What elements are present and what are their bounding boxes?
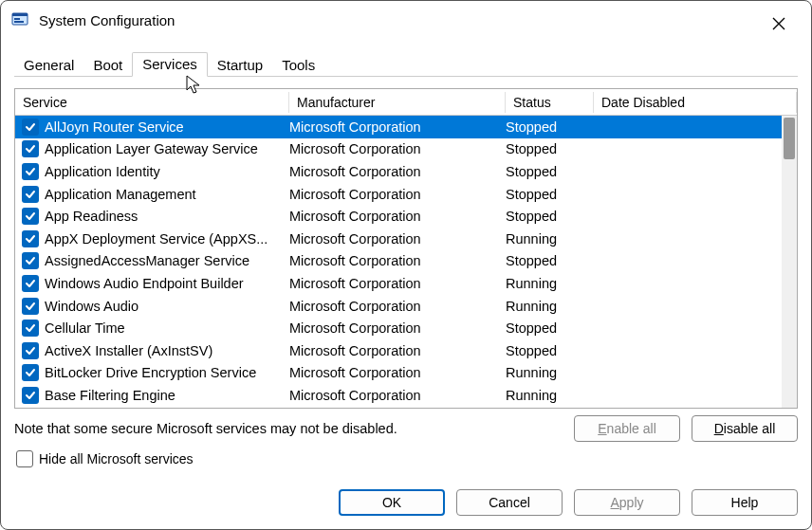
cell-manufacturer: Microsoft Corporation [289,320,506,336]
cell-manufacturer: Microsoft Corporation [289,164,506,179]
tab-general[interactable]: General [14,54,83,77]
note-row: Note that some secure Microsoft services… [14,414,798,443]
cell-status: Stopped [506,141,594,156]
row-checkbox[interactable] [22,298,39,315]
cell-manufacturer: Microsoft Corporation [289,231,506,247]
table-row[interactable]: Cellular TimeMicrosoft CorporationStoppe… [15,317,797,339]
dialog-footer: OK Cancel Apply Help [1,480,811,529]
table-row[interactable]: Application Layer Gateway ServiceMicroso… [15,138,797,161]
cell-manufacturer: Microsoft Corporation [289,187,506,202]
tab-boot[interactable]: Boot [83,54,132,77]
app-icon [10,10,29,29]
table-row[interactable]: BitLocker Drive Encryption ServiceMicros… [15,362,797,385]
table-row[interactable]: App ReadinessMicrosoft CorporationStoppe… [15,205,797,228]
cell-status: Stopped [506,253,594,268]
cell-status: Running [506,299,594,314]
cell-service: Cellular Time [45,320,289,336]
row-checkbox[interactable] [22,275,39,292]
col-header-status[interactable]: Status [506,92,594,113]
cell-service: AllJoyn Router Service [45,119,289,135]
row-checkbox[interactable] [22,140,39,157]
row-checkbox[interactable] [22,387,39,404]
cell-status: Running [506,365,594,380]
hide-ms-checkbox[interactable] [16,450,33,467]
row-checkbox[interactable] [22,342,39,359]
cell-service: App Readiness [45,209,289,224]
row-checkbox[interactable] [22,320,39,337]
scrollbar[interactable] [782,116,797,409]
row-checkbox[interactable] [22,119,39,136]
close-button[interactable] [760,14,798,33]
scrollbar-thumb[interactable] [784,118,795,159]
cell-service: Application Identity [45,164,289,179]
ok-button[interactable]: OK [339,489,445,516]
cell-service: Application Layer Gateway Service [45,141,289,156]
tab-startup[interactable]: Startup [208,54,272,77]
table-row[interactable]: AllJoyn Router ServiceMicrosoft Corporat… [15,116,797,138]
table-row[interactable]: Base Filtering EngineMicrosoft Corporati… [15,384,797,407]
cell-manufacturer: Microsoft Corporation [289,388,506,403]
table-row[interactable]: AppX Deployment Service (AppXS...Microso… [15,228,797,250]
table-row[interactable]: AssignedAccessManager ServiceMicrosoft C… [15,250,797,273]
secure-services-note: Note that some secure Microsoft services… [14,421,397,436]
svg-rect-3 [14,21,24,23]
cell-service: Base Filtering Engine [45,388,289,403]
grid-header: Service Manufacturer Status Date Disable… [15,89,797,116]
cell-service: Application Management [45,187,289,202]
cell-status: Running [506,388,594,403]
row-checkbox[interactable] [22,364,39,381]
cell-manufacturer: Microsoft Corporation [289,343,506,358]
tab-services[interactable]: Services [132,52,208,77]
disable-all-button[interactable]: Disable all [692,415,798,442]
tab-strip: General Boot Services Startup Tools [14,50,798,77]
col-header-service[interactable]: Service [15,92,289,113]
svg-rect-1 [12,13,28,16]
table-row[interactable]: Application ManagementMicrosoft Corporat… [15,183,797,206]
cell-service: AssignedAccessManager Service [45,253,289,268]
window-title: System Configuration [39,12,175,28]
system-configuration-window: System Configuration General Boot Servic… [0,0,812,530]
cell-service: AppX Deployment Service (AppXS... [45,231,289,247]
enable-all-button[interactable]: Enable all [574,415,680,442]
cell-status: Stopped [506,343,594,358]
cell-manufacturer: Microsoft Corporation [289,209,506,224]
svg-rect-2 [14,18,20,20]
hide-ms-label[interactable]: Hide all Microsoft services [39,451,194,466]
cell-status: Stopped [506,164,594,179]
row-checkbox[interactable] [22,186,39,203]
help-button[interactable]: Help [692,489,798,516]
cell-manufacturer: Microsoft Corporation [289,253,506,268]
titlebar: System Configuration [1,1,811,39]
cell-manufacturer: Microsoft Corporation [289,365,506,380]
cell-manufacturer: Microsoft Corporation [289,119,506,135]
grid-body[interactable]: AllJoyn Router ServiceMicrosoft Corporat… [15,116,797,409]
table-row[interactable]: ActiveX Installer (AxInstSV)Microsoft Co… [15,339,797,362]
table-row[interactable]: Application IdentityMicrosoft Corporatio… [15,160,797,183]
table-row[interactable]: Windows AudioMicrosoft CorporationRunnin… [15,295,797,318]
col-header-manufacturer[interactable]: Manufacturer [289,92,506,113]
apply-button[interactable]: Apply [574,489,680,516]
cell-manufacturer: Microsoft Corporation [289,276,506,291]
cell-service: ActiveX Installer (AxInstSV) [45,343,289,358]
cell-status: Stopped [506,187,594,202]
cancel-button[interactable]: Cancel [456,489,563,516]
cell-status: Running [506,276,594,291]
services-grid: Service Manufacturer Status Date Disable… [14,88,798,409]
cell-service: BitLocker Drive Encryption Service [45,365,289,380]
cell-service: Windows Audio Endpoint Builder [45,276,289,291]
cell-manufacturer: Microsoft Corporation [289,141,506,156]
cell-status: Stopped [506,119,594,135]
tab-content: Service Manufacturer Status Date Disable… [1,77,811,480]
tab-tools[interactable]: Tools [272,54,324,77]
cell-status: Running [506,231,594,247]
row-checkbox[interactable] [22,252,39,269]
hide-ms-row: Hide all Microsoft services [14,450,798,475]
row-checkbox[interactable] [22,163,39,180]
row-checkbox[interactable] [22,208,39,225]
cell-service: Windows Audio [45,299,289,314]
cell-status: Stopped [506,320,594,336]
col-header-date-disabled[interactable]: Date Disabled [594,92,797,113]
row-checkbox[interactable] [22,230,39,247]
table-row[interactable]: Windows Audio Endpoint BuilderMicrosoft … [15,272,797,295]
cell-manufacturer: Microsoft Corporation [289,299,506,314]
